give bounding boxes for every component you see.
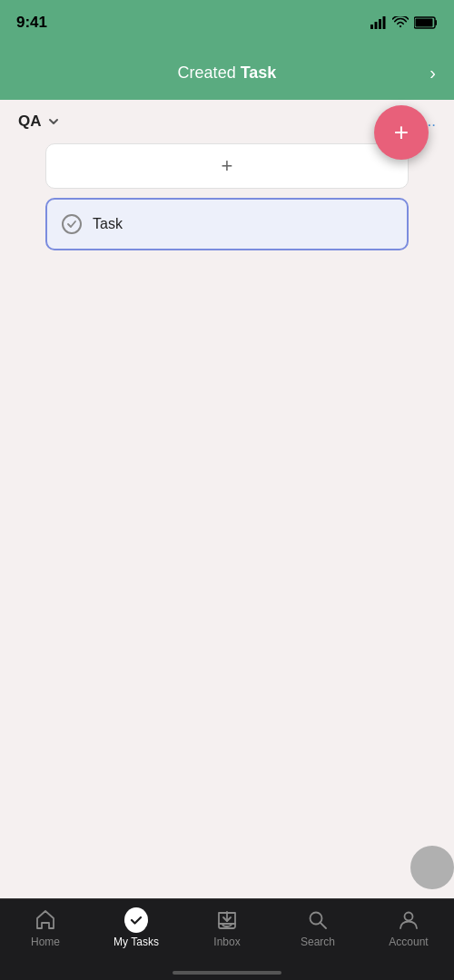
- header: Created Task ›: [0, 45, 454, 100]
- tab-account-label: Account: [389, 936, 428, 948]
- signal-icon: [370, 16, 387, 29]
- tab-bar: Home My Tasks Inbox: [0, 898, 454, 980]
- svg-rect-5: [416, 19, 433, 27]
- task-card[interactable]: Task: [45, 198, 409, 250]
- column-main: + Task: [45, 143, 409, 250]
- tab-my-tasks[interactable]: My Tasks: [100, 908, 173, 948]
- svg-point-8: [405, 913, 413, 921]
- account-icon: [397, 908, 420, 932]
- search-icon: [306, 908, 330, 932]
- tab-search-label: Search: [301, 936, 335, 948]
- my-tasks-icon: [124, 908, 148, 932]
- battery-icon: [414, 16, 438, 29]
- checkmark-icon: [66, 219, 77, 230]
- board-name: QA: [18, 113, 42, 131]
- add-card-plus-icon: +: [222, 154, 233, 178]
- home-indicator: [173, 971, 281, 975]
- tab-home-label: Home: [31, 936, 60, 948]
- fab-button[interactable]: +: [374, 105, 429, 160]
- wifi-icon: [392, 16, 409, 29]
- fab-plus-icon: +: [394, 120, 409, 145]
- column-left-stub: [9, 143, 36, 250]
- fab-secondary-button: [410, 846, 454, 889]
- svg-rect-0: [370, 24, 373, 29]
- svg-rect-2: [379, 19, 381, 29]
- header-title: Created Task: [178, 64, 277, 83]
- status-time: 9:41: [16, 14, 47, 32]
- tab-search[interactable]: Search: [281, 908, 354, 948]
- add-card-button[interactable]: +: [45, 143, 409, 189]
- task-name: Task: [93, 216, 123, 232]
- header-chevron-icon[interactable]: ›: [429, 63, 436, 83]
- status-icons: [370, 16, 438, 29]
- tab-home[interactable]: Home: [9, 908, 82, 948]
- tab-account[interactable]: Account: [372, 908, 445, 948]
- board-selector[interactable]: QA: [18, 113, 60, 131]
- svg-rect-3: [383, 16, 386, 29]
- tab-my-tasks-label: My Tasks: [114, 936, 159, 948]
- status-bar: 9:41: [0, 0, 454, 45]
- task-check-icon: [62, 214, 82, 234]
- svg-rect-1: [375, 22, 378, 29]
- svg-line-7: [321, 923, 327, 929]
- board-chevron-icon: [47, 115, 60, 128]
- tab-inbox[interactable]: Inbox: [191, 908, 263, 948]
- tab-inbox-label: Inbox: [213, 936, 240, 948]
- home-icon: [34, 908, 57, 932]
- inbox-icon: [215, 908, 239, 932]
- columns-area: + Task: [0, 143, 454, 250]
- column-right-stub: [418, 143, 445, 250]
